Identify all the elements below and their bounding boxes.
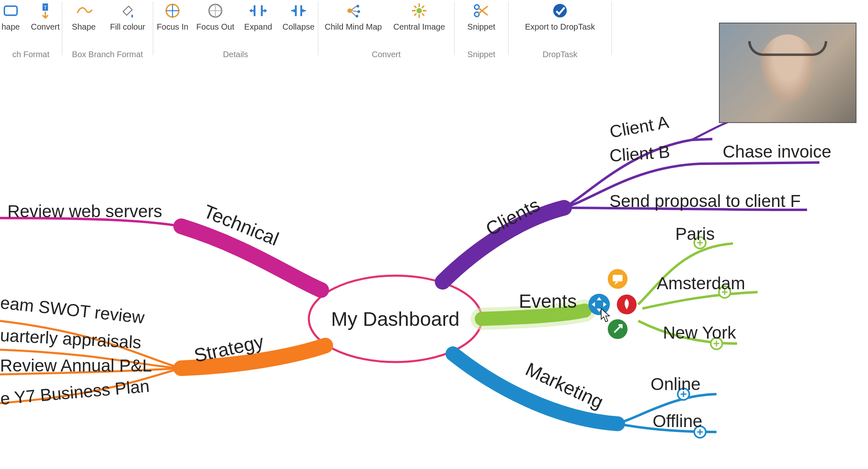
expand-button[interactable]: Expand — [238, 0, 278, 49]
focus-out-button[interactable]: Focus Out — [193, 0, 238, 49]
svg-rect-26 — [613, 275, 623, 281]
shape-label-a: hape — [2, 22, 20, 32]
leaf-review-annual-pl[interactable]: Review Annual P&L — [0, 356, 152, 376]
svg-point-15 — [357, 10, 360, 13]
shape-button-b[interactable]: Shape — [64, 0, 104, 49]
focus-in-icon — [163, 2, 182, 20]
webcam-overlay — [719, 23, 856, 123]
collapse-label: Collapse — [282, 22, 315, 32]
focus-in-label: Focus In — [157, 22, 189, 32]
child-mind-map-button[interactable]: Child Mind Map — [320, 0, 386, 49]
svg-point-24 — [588, 294, 610, 315]
shape-button-a[interactable]: hape — [0, 0, 25, 49]
svg-point-16 — [356, 15, 359, 18]
group-label-box-branch: Box Branch Format — [62, 50, 153, 59]
shape-icon — [75, 2, 93, 20]
central-node-label[interactable]: My Dashboard — [329, 308, 461, 330]
expand-icon — [249, 2, 267, 20]
group-label-snippet: Snippet — [455, 50, 508, 59]
leaf-review-web-servers[interactable]: Review web servers — [7, 202, 162, 221]
branch-label-events[interactable]: Events — [519, 290, 577, 312]
convert-button-a[interactable]: T Convert — [25, 0, 65, 49]
export-droptask-label: Export to DropTask — [525, 22, 595, 32]
svg-text:T: T — [44, 5, 47, 11]
central-image-button[interactable]: Central Image — [386, 0, 452, 49]
leaf-send-proposal[interactable]: Send proposal to client F — [609, 191, 801, 211]
drag-handle-icon[interactable] — [588, 294, 610, 315]
svg-point-17 — [416, 8, 422, 13]
group-label-droptask: DropTask — [509, 50, 611, 59]
arrow-up-icon[interactable] — [608, 319, 628, 339]
child-mind-map-label: Child Mind Map — [325, 22, 382, 32]
leaf-paris[interactable]: Paris — [675, 224, 715, 244]
fill-colour-button[interactable]: Fill colour — [104, 0, 152, 49]
group-label-ch-format: ch Format — [0, 50, 62, 59]
shape-icon — [2, 2, 20, 20]
text-convert-icon: T — [36, 2, 54, 20]
speech-bubble-icon[interactable] — [608, 269, 628, 289]
leaf-amsterdam[interactable]: Amsterdam — [657, 274, 745, 293]
leaf-chase-invoice[interactable]: Chase invoice — [723, 142, 831, 162]
export-droptask-button[interactable]: Export to DropTask — [513, 0, 607, 49]
ribbon-separator — [611, 2, 612, 55]
ribbon-group-convert: Child Mind Map Central Image Convert — [318, 0, 454, 62]
leaf-online[interactable]: Online — [651, 374, 700, 394]
fill-colour-icon — [119, 2, 137, 20]
snippet-button[interactable]: Snippet — [455, 0, 508, 49]
focus-out-label: Focus Out — [196, 22, 234, 32]
convert-label-a: Convert — [31, 22, 60, 32]
ribbon-group-ch-format: hape T Convert ch Format — [0, 0, 62, 62]
shape-label-b: Shape — [72, 22, 96, 32]
snippet-label: Snippet — [467, 22, 495, 32]
focus-in-button[interactable]: Focus In — [152, 0, 193, 49]
group-label-details: Details — [153, 50, 318, 59]
expand-label: Expand — [244, 22, 272, 32]
central-image-label: Central Image — [393, 22, 445, 32]
central-image-icon — [410, 2, 428, 20]
leaf-offline[interactable]: Offline — [653, 411, 702, 431]
ribbon-group-box-branch: Shape Fill colour Box Branch Format — [62, 0, 153, 62]
svg-point-20 — [553, 4, 567, 18]
svg-point-14 — [357, 5, 359, 8]
snippet-icon — [472, 2, 490, 20]
svg-rect-0 — [5, 6, 17, 15]
child-mind-map-icon — [344, 2, 362, 20]
focus-out-icon — [206, 2, 224, 20]
svg-point-13 — [348, 9, 352, 13]
collapse-button[interactable]: Collapse — [278, 0, 319, 49]
group-label-convert: Convert — [318, 50, 454, 59]
export-droptask-icon — [551, 2, 569, 20]
fill-colour-label: Fill colour — [110, 22, 145, 32]
leaf-newyork[interactable]: New York — [663, 323, 736, 343]
ribbon-group-droptask: Export to DropTask DropTask — [509, 0, 611, 62]
ribbon-group-details: Focus In Focus Out Expand Collapse — [153, 0, 318, 62]
flame-icon[interactable] — [617, 295, 637, 314]
collapse-icon — [289, 2, 308, 20]
branch-events-amsterdam[interactable] — [642, 292, 758, 309]
leaf-client-b[interactable]: Client B — [609, 142, 671, 166]
ribbon-group-snippet: Snippet Snippet — [455, 0, 508, 62]
